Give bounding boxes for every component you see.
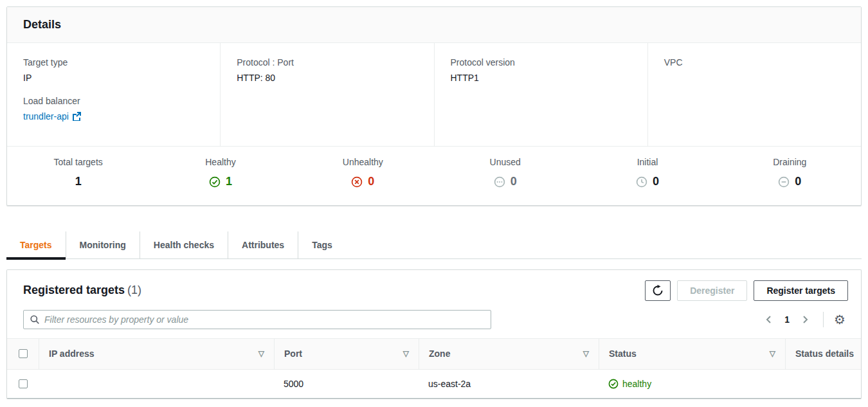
column-header-zone[interactable]: Zone ▽ (419, 339, 599, 370)
summary-value: 1 (75, 175, 82, 188)
filter-input[interactable] (44, 314, 485, 325)
sort-icon[interactable]: ▽ (258, 349, 264, 358)
details-col-2: Protocol : Port HTTP: 80 (220, 43, 433, 146)
column-header-status-details: Status details (785, 339, 861, 370)
summary-value: 0 (368, 175, 374, 188)
summary-unused: Unused 0 (434, 157, 576, 190)
register-targets-button[interactable]: Register targets (754, 280, 848, 301)
details-card-header: Details (7, 7, 861, 43)
summary-value: 0 (795, 175, 801, 188)
summary-healthy: Healthy 1 (149, 157, 291, 190)
column-label: Zone (429, 348, 450, 359)
settings-gear-icon[interactable]: ⚙ (831, 313, 848, 326)
next-page-button[interactable] (795, 312, 815, 327)
deregister-button[interactable]: Deregister (677, 280, 747, 301)
refresh-icon (652, 285, 664, 296)
summary-label: Initial (576, 157, 718, 167)
load-balancer-link-text: trundler-api (23, 111, 69, 122)
summary-draining: Draining 0 (719, 157, 861, 190)
load-balancer-link[interactable]: trundler-api (23, 111, 81, 122)
registered-targets-card: Registered targets (1) Deregister Regist… (6, 269, 862, 399)
chevron-left-icon (764, 314, 774, 325)
target-health-summary: Total targets 1 Healthy 1 Unhealthy 0 Un… (7, 146, 861, 205)
details-col-3: Protocol version HTTP1 (434, 43, 647, 146)
column-header-port[interactable]: Port ▽ (274, 339, 419, 370)
summary-label: Total targets (7, 157, 149, 167)
registered-targets-count: (1) (127, 284, 141, 296)
column-header-ip-address[interactable]: IP address ▽ (39, 339, 274, 370)
status-text: healthy (622, 379, 651, 389)
vpc-label: VPC (664, 57, 845, 68)
clock-circle-icon (636, 176, 647, 188)
tab-tags[interactable]: Tags (298, 231, 346, 258)
column-label: Port (284, 348, 302, 359)
tab-health-checks[interactable]: Health checks (140, 231, 228, 258)
chevron-right-icon (800, 314, 810, 325)
select-all-checkbox[interactable] (19, 349, 28, 358)
summary-initial: Initial 0 (576, 157, 718, 190)
table-row: 5000 us-east-2a healthy (7, 370, 861, 398)
cell-port: 5000 (274, 370, 419, 398)
tab-monitoring[interactable]: Monitoring (66, 231, 140, 258)
column-label: Status (609, 348, 637, 359)
external-link-icon (72, 112, 81, 121)
registered-targets-heading: Registered targets (1) (23, 284, 141, 297)
summary-label: Unused (434, 157, 576, 167)
details-col-1: Target type IP Load balancer trundler-ap… (7, 43, 220, 146)
cell-status: healthy (599, 370, 785, 398)
pagination: 1 ⚙ (759, 312, 848, 327)
sort-icon[interactable]: ▽ (583, 349, 589, 358)
target-type-value: IP (23, 73, 204, 83)
summary-value: 0 (511, 175, 517, 188)
cell-status-details (785, 370, 861, 398)
details-col-4: VPC (647, 43, 861, 146)
details-card: Details Target type IP Load balancer tru… (6, 6, 862, 206)
check-circle-icon (209, 176, 221, 188)
minus-circle-icon (778, 176, 790, 188)
cell-ip-address (39, 370, 274, 398)
tab-bar: Targets Monitoring Health checks Attribu… (6, 231, 862, 259)
refresh-button[interactable] (645, 280, 671, 301)
row-checkbox[interactable] (19, 379, 28, 388)
tab-targets[interactable]: Targets (6, 231, 66, 258)
cell-zone: us-east-2a (419, 370, 599, 398)
summary-value: 1 (226, 175, 232, 188)
page-number[interactable]: 1 (779, 314, 795, 325)
row-select-cell (7, 370, 39, 398)
column-label: Status details (795, 348, 854, 361)
column-header-status[interactable]: Status ▽ (599, 339, 785, 370)
sort-icon[interactable]: ▽ (770, 349, 775, 358)
protocol-port-value: HTTP: 80 (237, 73, 417, 83)
summary-total-targets: Total targets 1 (7, 157, 149, 190)
protocol-port-label: Protocol : Port (237, 57, 417, 68)
details-title: Details (23, 18, 61, 31)
protocol-version-value: HTTP1 (451, 73, 631, 83)
tab-attributes[interactable]: Attributes (228, 231, 298, 258)
column-label: IP address (49, 348, 95, 359)
filter-search-box (23, 310, 491, 329)
search-icon (30, 314, 40, 325)
registered-targets-title: Registered targets (23, 284, 125, 296)
summary-unhealthy: Unhealthy 0 (292, 157, 434, 190)
load-balancer-label: Load balancer (23, 96, 204, 106)
target-type-label: Target type (23, 57, 204, 68)
previous-page-button[interactable] (759, 312, 779, 327)
table-header-row: IP address ▽ Port ▽ Zone ▽ Status ▽ Stat… (7, 338, 861, 370)
summary-label: Healthy (149, 157, 291, 167)
ellipsis-circle-icon (494, 176, 505, 188)
x-circle-icon (351, 176, 363, 188)
pager-divider (823, 312, 824, 327)
summary-value: 0 (653, 175, 659, 188)
select-all-cell (7, 339, 39, 370)
healthy-status-icon (608, 379, 619, 389)
summary-label: Unhealthy (292, 157, 434, 167)
details-grid: Target type IP Load balancer trundler-ap… (7, 43, 861, 146)
summary-label: Draining (719, 157, 861, 167)
protocol-version-label: Protocol version (451, 57, 631, 68)
sort-icon[interactable]: ▽ (403, 349, 409, 358)
